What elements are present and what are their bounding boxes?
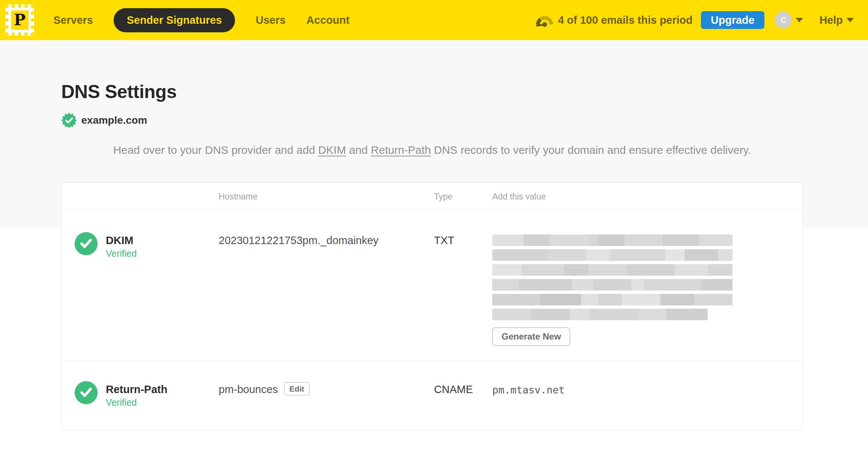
verified-seal-icon [61,113,77,128]
table-header-row: Hostname Type Add this value [62,183,803,211]
verified-domain: example.com [61,112,803,129]
nav-item-account[interactable]: Account [306,14,349,26]
help-label: Help [819,14,843,26]
avatar-chevron-down-icon [796,18,803,22]
intro-part2: and [346,144,371,156]
redacted-line [492,279,732,291]
upgrade-button[interactable]: Upgrade [701,11,765,29]
record-status: Verified [106,397,167,408]
intro-part3: DNS records to verify your domain and en… [431,144,751,156]
verified-check-icon [75,232,98,255]
redacted-line [492,249,732,261]
redacted-line [492,264,732,276]
table-row-return-path: Return-Path Verified pm-bounces Edit CNA… [62,361,803,430]
domain-name: example.com [81,114,147,126]
return-path-hostname: pm-bounces [219,383,278,396]
header-type: Type [434,192,492,202]
help-chevron-down-icon [846,18,854,22]
page-title: DNS Settings [61,81,803,103]
postmark-logo[interactable]: P [5,4,34,36]
intro-text: Head over to your DNS provider and add D… [61,141,803,159]
header-hostname: Hostname [219,192,434,202]
main-content: DNS Settings example.com Head over to yo… [0,40,868,430]
redacted-line [492,309,708,320]
return-path-name-cell: Return-Path Verified [62,383,219,415]
nav-right-group: 4 of 100 emails this period Upgrade C He… [536,11,854,29]
usage-gauge-icon [536,13,553,27]
return-path-link[interactable]: Return-Path [371,144,431,156]
nav-item-users[interactable]: Users [256,14,286,26]
account-menu[interactable]: C [775,12,803,29]
record-name: Return-Path [106,383,167,396]
avatar[interactable]: C [775,12,792,29]
record-status: Verified [106,248,137,259]
dns-records-card: Hostname Type Add this value DKIM Verifi… [61,182,803,430]
verified-check-icon [75,381,98,404]
return-path-value: pm.mtasv.net [492,383,803,415]
return-path-type: CNAME [434,383,492,415]
intro-part1: Head over to your DNS provider and add [113,144,318,156]
generate-new-button[interactable]: Generate New [492,327,570,346]
usage-counter: 4 of 100 emails this period [558,14,693,26]
redacted-line [492,294,732,305]
dkim-link[interactable]: DKIM [318,144,346,156]
help-menu[interactable]: Help [819,14,854,26]
edit-button[interactable]: Edit [284,382,310,396]
postmark-logo-letter: P [11,10,29,30]
dkim-name-cell: DKIM Verified [62,234,219,346]
dkim-hostname: 20230121221753pm._domainkey [219,234,434,346]
top-navbar: P Servers Sender Signatures Users Accoun… [0,0,868,40]
redacted-line [492,234,732,246]
nav-links: Servers Sender Signatures Users Account [53,8,370,32]
dkim-value-cell: Generate New [492,234,803,346]
header-add-this-value: Add this value [492,192,803,202]
nav-item-servers[interactable]: Servers [53,14,93,26]
dkim-type: TXT [434,234,492,346]
record-name: DKIM [106,234,137,247]
return-path-hostname-cell: pm-bounces Edit [219,383,434,415]
nav-item-sender-signatures[interactable]: Sender Signatures [114,8,235,32]
dkim-redacted-value [492,234,732,320]
table-row-dkim: DKIM Verified 20230121221753pm._domainke… [62,211,803,361]
